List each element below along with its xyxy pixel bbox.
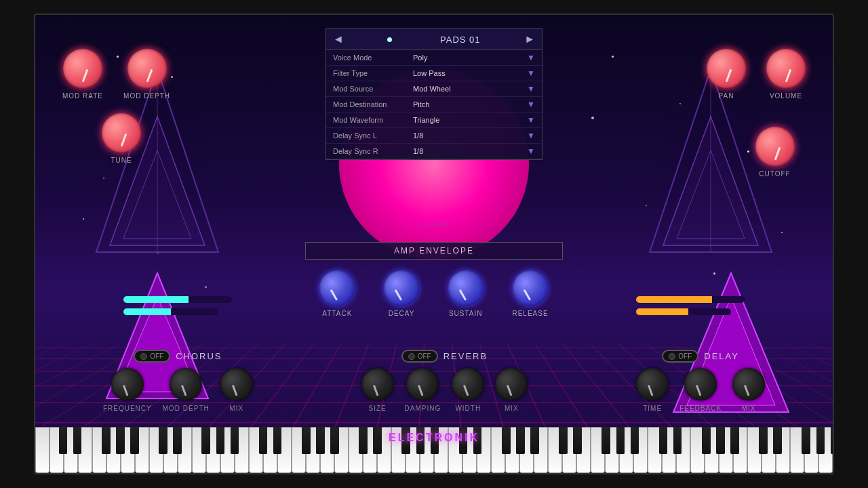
param-row-delay-sync-r[interactable]: Delay Sync R 1/8 ▼ xyxy=(326,144,542,159)
chorus-toggle[interactable]: OFF xyxy=(134,350,170,363)
black-key[interactable] xyxy=(273,427,282,454)
black-key[interactable] xyxy=(259,427,268,454)
black-key[interactable] xyxy=(673,427,682,454)
cutoff-knob[interactable] xyxy=(755,127,795,166)
top-panel: ◄ PADS 01 ► Voice Mode Poly ▼ Filter Typ… xyxy=(326,28,542,160)
param-row-voice-mode[interactable]: Voice Mode Poly ▼ xyxy=(326,50,542,66)
mod-depth-knob[interactable] xyxy=(127,49,167,88)
chorus-knobs: FREQUENCY MOD DEPTH MIX xyxy=(103,368,253,412)
black-key[interactable] xyxy=(130,427,139,454)
chorus-group: OFF CHORUS FREQUENCY MOD DEPTH MIX xyxy=(103,350,253,412)
black-key[interactable] xyxy=(559,427,568,454)
black-key[interactable] xyxy=(102,427,111,454)
envelope-knob-sustain: SUSTAIN xyxy=(448,270,484,317)
effects-section: OFF CHORUS FREQUENCY MOD DEPTH MIX OFF R… xyxy=(35,350,833,412)
reverb-group: OFF REVERB SIZE DAMPING WIDTH MIX xyxy=(361,350,528,412)
black-key[interactable] xyxy=(116,427,125,454)
black-key[interactable] xyxy=(159,427,167,454)
black-key[interactable] xyxy=(316,427,325,454)
black-key[interactable] xyxy=(759,427,768,454)
black-key[interactable] xyxy=(702,427,711,454)
param-row-mod-waveform[interactable]: Mod Waveform Triangle ▼ xyxy=(326,113,542,128)
mod-rate-knob[interactable] xyxy=(63,49,102,88)
knob-mix[interactable] xyxy=(732,368,765,401)
black-key[interactable] xyxy=(659,427,668,454)
knob-decay[interactable] xyxy=(384,270,419,306)
reverb-knobs-knob-size: SIZE xyxy=(361,368,394,412)
param-row-filter-type[interactable]: Filter Type Low Pass ▼ xyxy=(326,66,542,81)
black-key[interactable] xyxy=(359,427,368,454)
delay-header: OFF DELAY xyxy=(662,350,739,363)
white-key[interactable] xyxy=(35,427,50,473)
knob-mix[interactable] xyxy=(495,368,528,401)
reverb-name: REVERB xyxy=(443,351,488,361)
slider-right-2[interactable] xyxy=(636,308,731,315)
slider-right-1[interactable] xyxy=(636,296,745,303)
param-row-mod-source[interactable]: Mod Source Mod Wheel ▼ xyxy=(326,81,542,97)
black-key[interactable] xyxy=(502,427,511,454)
tune-group: TUNE xyxy=(73,113,170,164)
amp-envelope-section: AMP ENVELOPE ATTACK DECAY SUSTAIN RELEAS… xyxy=(305,242,563,323)
black-key[interactable] xyxy=(601,427,610,454)
black-key[interactable] xyxy=(773,427,782,454)
knob-mod-depth[interactable] xyxy=(170,368,202,401)
black-key[interactable] xyxy=(73,427,82,454)
black-key[interactable] xyxy=(231,427,239,454)
param-rows: Voice Mode Poly ▼ Filter Type Low Pass ▼… xyxy=(326,50,542,159)
slider-left-2[interactable] xyxy=(123,308,218,315)
top-knobs-left: MOD RATE MOD DEPTH xyxy=(62,49,170,100)
black-key[interactable] xyxy=(573,427,582,454)
black-key[interactable] xyxy=(802,427,810,454)
reverb-knobs: SIZE DAMPING WIDTH MIX xyxy=(361,368,528,412)
black-key[interactable] xyxy=(59,427,68,454)
preset-prev-button[interactable]: ◄ xyxy=(333,33,344,45)
delay-toggle[interactable]: OFF xyxy=(662,350,698,363)
right-section: PAN VOLUME CUTOFF xyxy=(707,49,806,178)
knob-time[interactable] xyxy=(636,368,669,401)
param-row-delay-sync-l[interactable]: Delay Sync L 1/8 ▼ xyxy=(326,128,542,144)
black-key[interactable] xyxy=(816,427,825,454)
knob-width[interactable] xyxy=(452,368,484,401)
black-key[interactable] xyxy=(173,427,182,454)
cutoff-group: CUTOFF xyxy=(744,127,806,178)
knob-frequency[interactable] xyxy=(111,368,144,401)
preset-next-button[interactable]: ► xyxy=(524,33,535,45)
black-key[interactable] xyxy=(216,427,225,454)
knob-attack[interactable] xyxy=(319,270,355,306)
black-key[interactable] xyxy=(330,427,339,454)
black-key[interactable] xyxy=(201,427,210,454)
black-key[interactable] xyxy=(831,427,833,454)
mod-depth-label: MOD DEPTH xyxy=(123,92,170,100)
knob-damping[interactable] xyxy=(406,368,439,401)
knob-mix[interactable] xyxy=(220,368,253,401)
chorus-name: CHORUS xyxy=(176,351,222,361)
black-key[interactable] xyxy=(616,427,625,454)
reverb-knobs-knob-damping: DAMPING xyxy=(405,368,441,412)
pan-knob[interactable] xyxy=(707,49,746,88)
tune-knob[interactable] xyxy=(102,113,141,152)
envelope-knobs: ATTACK DECAY SUSTAIN RELEASE xyxy=(305,265,563,323)
slider-left-1[interactable] xyxy=(123,296,232,303)
knob-feedback[interactable] xyxy=(684,368,717,401)
mod-rate-group: MOD RATE xyxy=(62,49,103,100)
param-row-mod-destination[interactable]: Mod Destination Pitch ▼ xyxy=(326,97,542,113)
volume-label: VOLUME xyxy=(770,92,802,100)
black-key[interactable] xyxy=(530,427,539,454)
knob-size[interactable] xyxy=(361,368,394,401)
black-key[interactable] xyxy=(631,427,639,454)
tune-label: TUNE xyxy=(111,157,132,164)
knob-release[interactable] xyxy=(513,270,548,306)
reverb-toggle[interactable]: OFF xyxy=(401,350,438,363)
knob-sustain[interactable] xyxy=(448,270,484,306)
black-key[interactable] xyxy=(716,427,725,454)
volume-knob[interactable] xyxy=(766,49,806,88)
cutoff-label: CUTOFF xyxy=(759,170,790,178)
black-key[interactable] xyxy=(373,427,382,454)
synth-container: MOD RATE MOD DEPTH TUNE PAN VOLUME xyxy=(34,14,834,474)
black-key[interactable] xyxy=(730,427,739,454)
black-key[interactable] xyxy=(302,427,311,454)
logo-area: ELECTRONIK SOUNDS xyxy=(418,222,450,228)
envelope-knob-attack: ATTACK xyxy=(319,270,355,317)
delay-group: OFF DELAY TIME FEEDBACK MIX xyxy=(636,350,765,412)
black-key[interactable] xyxy=(516,427,525,454)
